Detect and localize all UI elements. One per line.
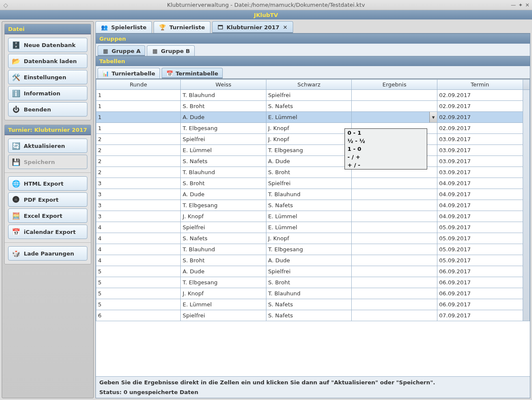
cell-termin[interactable]: 06.09.2017	[437, 277, 523, 288]
cell-schwarz[interactable]: A. Dude	[266, 156, 352, 167]
cell-weiss[interactable]: S. Broht	[181, 255, 266, 266]
cell-schwarz[interactable]: S. Broht	[266, 167, 352, 178]
information-button[interactable]: ℹ️ Information	[8, 86, 87, 100]
table-row[interactable]: 6SpielfreiS. Nafets07.09.2017	[96, 310, 530, 321]
table-row[interactable]: 2S. NafetsA. Dude03.09.2017	[96, 156, 530, 167]
cell-ergebnis[interactable]: ▾	[352, 112, 437, 123]
cell-schwarz[interactable]: T. Blauhund	[266, 189, 352, 200]
settings-button[interactable]: 🛠️ Einstellungen	[8, 70, 87, 84]
cell-termin[interactable]: 05.09.2017	[437, 244, 523, 255]
cell-runde[interactable]: 3	[96, 178, 181, 189]
maximize-button[interactable]: ✦	[518, 2, 523, 8]
cell-runde[interactable]: 3	[96, 189, 181, 200]
dropdown-option[interactable]: 0 - 1	[345, 129, 427, 137]
table-row[interactable]: 5A. DudeSpielfrei06.09.2017	[96, 266, 530, 277]
cell-runde[interactable]: 5	[96, 266, 181, 277]
table-row[interactable]: 5T. ElbgesangS. Broht06.09.2017	[96, 277, 530, 288]
cell-schwarz[interactable]: T. Blauhund	[266, 288, 352, 299]
cell-schwarz[interactable]: J. Knopf	[266, 233, 352, 244]
tab-gruppe-a[interactable]: ▦ Gruppe A	[98, 45, 145, 56]
cell-ergebnis[interactable]	[352, 310, 437, 321]
dropdown-option[interactable]: ½ - ½	[345, 137, 427, 145]
table-row[interactable]: 5J. KnopfT. Blauhund06.09.2017	[96, 288, 530, 299]
cell-ergebnis[interactable]	[352, 244, 437, 255]
cell-runde[interactable]: 2	[96, 167, 181, 178]
cell-runde[interactable]: 5	[96, 299, 181, 310]
cell-weiss[interactable]: A. Dude	[181, 112, 266, 123]
cell-termin[interactable]: 02.09.2017	[437, 101, 523, 112]
cell-ergebnis[interactable]	[352, 90, 437, 101]
cell-runde[interactable]: 4	[96, 233, 181, 244]
scrollbar-vertical[interactable]	[523, 90, 529, 321]
table-row[interactable]: 1T. BlauhundSpielfrei02.09.2017	[96, 90, 530, 101]
cell-schwarz[interactable]: S. Nafets	[266, 299, 352, 310]
cell-runde[interactable]: 2	[96, 156, 181, 167]
cell-weiss[interactable]: T. Elbgesang	[181, 200, 266, 211]
table-row[interactable]: 4S. BrohtA. Dude05.09.2017	[96, 255, 530, 266]
cell-runde[interactable]: 3	[96, 211, 181, 222]
cell-schwarz[interactable]: E. Lümmel	[266, 222, 352, 233]
tab-termintabelle[interactable]: 📅 Termintabelle	[162, 68, 223, 78]
cell-weiss[interactable]: T. Blauhund	[181, 167, 266, 178]
table-row[interactable]: 1A. DudeE. Lümmel▾02.09.2017	[96, 112, 530, 123]
cell-schwarz[interactable]: Spielfrei	[266, 266, 352, 277]
cell-weiss[interactable]: S. Broht	[181, 101, 266, 112]
cell-weiss[interactable]: Spielfrei	[181, 310, 266, 321]
cell-runde[interactable]: 4	[96, 255, 181, 266]
cell-runde[interactable]: 1	[96, 90, 181, 101]
ergebnis-dropdown[interactable]: 0 - 1½ - ½1 - 0- / ++ / -	[344, 128, 427, 169]
cell-termin[interactable]: 06.09.2017	[437, 299, 523, 310]
cell-termin[interactable]: 03.09.2017	[437, 145, 523, 156]
table-row[interactable]: 3T. ElbgesangS. Nafets04.09.2017	[96, 200, 530, 211]
cell-termin[interactable]: 02.09.2017	[437, 123, 523, 134]
cell-weiss[interactable]: J. Knopf	[181, 288, 266, 299]
cell-termin[interactable]: 04.09.2017	[437, 200, 523, 211]
cell-ergebnis[interactable]	[352, 277, 437, 288]
table-row[interactable]: 4S. NafetsJ. Knopf05.09.2017	[96, 233, 530, 244]
cell-ergebnis[interactable]	[352, 233, 437, 244]
cell-schwarz[interactable]: E. Lümmel	[266, 211, 352, 222]
table-row[interactable]: 3A. DudeT. Blauhund04.09.2017	[96, 189, 530, 200]
cell-weiss[interactable]: T. Blauhund	[181, 244, 266, 255]
cell-termin[interactable]: 03.09.2017	[437, 167, 523, 178]
cell-schwarz[interactable]: S. Nafets	[266, 310, 352, 321]
cell-ergebnis[interactable]	[352, 178, 437, 189]
cell-schwarz[interactable]: T. Elbgesang	[266, 145, 352, 156]
cell-runde[interactable]: 1	[96, 123, 181, 134]
cell-termin[interactable]: 03.09.2017	[437, 134, 523, 145]
cell-ergebnis[interactable]	[352, 189, 437, 200]
cell-schwarz[interactable]: J. Knopf	[266, 134, 352, 145]
minimize-button[interactable]: —	[511, 2, 516, 8]
table-row[interactable]: 1S. BrohtS. Nafets02.09.2017	[96, 101, 530, 112]
cell-ergebnis[interactable]	[352, 266, 437, 277]
cell-termin[interactable]: 02.09.2017	[437, 90, 523, 101]
tab-turnierliste[interactable]: 🏆 Turnierliste	[154, 21, 210, 33]
tab-turniertabelle[interactable]: 📊 Turniertabelle	[98, 68, 160, 78]
cell-weiss[interactable]: S. Nafets	[181, 156, 266, 167]
col-weiss[interactable]: Weiss	[181, 80, 266, 90]
table-row[interactable]: 3S. BrohtSpielfrei04.09.2017	[96, 178, 530, 189]
cell-runde[interactable]: 5	[96, 277, 181, 288]
table-row[interactable]: 4SpielfreiE. Lümmel05.09.2017	[96, 222, 530, 233]
exit-button[interactable]: ⏻ Beenden	[8, 102, 87, 117]
cell-weiss[interactable]: E. Lümmel	[181, 299, 266, 310]
cell-ergebnis[interactable]	[352, 288, 437, 299]
cell-schwarz[interactable]: Spielfrei	[266, 90, 352, 101]
close-window-button[interactable]: ✕	[525, 2, 529, 8]
tab-klubturnier-2017[interactable]: 🗔 Klubturnier 2017 ✕	[212, 21, 293, 33]
cell-termin[interactable]: 03.09.2017	[437, 156, 523, 167]
cell-termin[interactable]: 04.09.2017	[437, 189, 523, 200]
cell-weiss[interactable]: Spielfrei	[181, 222, 266, 233]
cell-runde[interactable]: 3	[96, 200, 181, 211]
cell-weiss[interactable]: Spielfrei	[181, 134, 266, 145]
cell-ergebnis[interactable]	[352, 299, 437, 310]
cell-weiss[interactable]: T. Elbgesang	[181, 277, 266, 288]
cell-termin[interactable]: 04.09.2017	[437, 211, 523, 222]
table-row[interactable]: 1T. ElbgesangJ. Knopf02.09.2017	[96, 123, 530, 134]
cell-weiss[interactable]: S. Broht	[181, 178, 266, 189]
table-row[interactable]: 2T. BlauhundS. Broht03.09.2017	[96, 167, 530, 178]
tab-gruppe-b[interactable]: ▦ Gruppe B	[147, 45, 194, 56]
cell-termin[interactable]: 04.09.2017	[437, 178, 523, 189]
cell-weiss[interactable]: A. Dude	[181, 266, 266, 277]
tab-spielerliste[interactable]: 👥 Spielerliste	[95, 21, 152, 33]
